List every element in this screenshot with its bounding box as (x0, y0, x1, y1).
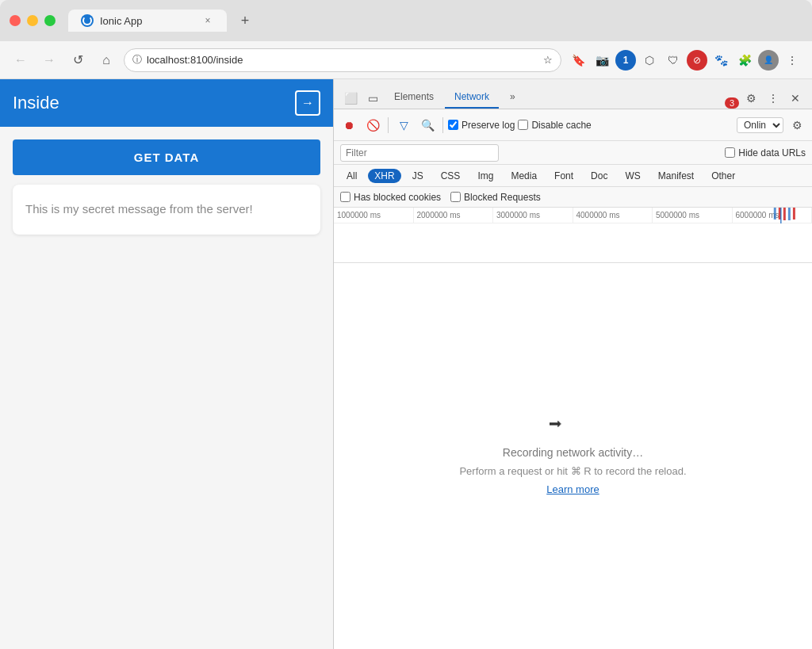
blocked-requests-label[interactable]: Blocked Requests (450, 192, 541, 203)
has-blocked-cookies-text: Has blocked cookies (354, 192, 441, 203)
screenshot-icon[interactable]: 📷 (592, 50, 612, 71)
type-font-button[interactable]: Font (548, 169, 580, 183)
type-css-button[interactable]: CSS (435, 169, 467, 183)
type-filter-bar: All XHR JS CSS Img Media Font Doc WS Man… (334, 165, 812, 187)
devtools-panel: ⬜ ▭ Elements Network » 3 ⚙ ⋮ ✕ ⏺ (333, 79, 812, 649)
type-manifest-button[interactable]: Manifest (652, 169, 700, 183)
disable-cache-checkbox[interactable] (518, 120, 528, 130)
type-js-button[interactable]: JS (406, 169, 430, 183)
empty-state: ⮕ Recording network activity… Perform a … (334, 263, 812, 649)
browser-window: Ionic App × + ← → ↺ ⌂ ⓘ localhost:8100/i… (0, 0, 812, 649)
type-xhr-button[interactable]: XHR (368, 169, 400, 183)
tab-close-button[interactable]: × (201, 14, 214, 27)
toolbar-separator-1 (388, 117, 389, 133)
has-blocked-cookies-checkbox[interactable] (340, 192, 350, 202)
filter-bar: Hide data URLs (334, 141, 812, 165)
reload-button[interactable]: ↺ (67, 49, 89, 71)
devtools-toolbar: ⏺ 🚫 ▽ 🔍 Preserve log Disable cache Onlin (334, 109, 812, 141)
app-header-icon[interactable]: → (295, 90, 320, 116)
new-tab-button[interactable]: + (233, 9, 257, 32)
filter-icon[interactable]: ▽ (393, 115, 414, 136)
title-bar: Ionic App × + (0, 0, 812, 41)
devtools-menu-icon[interactable]: ⋮ (763, 88, 783, 109)
svg-rect-4 (793, 208, 795, 220)
record-button[interactable]: ⏺ (339, 115, 359, 136)
tab-elements-label: Elements (394, 91, 434, 102)
type-ws-button[interactable]: WS (619, 169, 646, 183)
maximize-button[interactable] (44, 15, 56, 26)
browser-tab[interactable]: Ionic App × (68, 10, 227, 32)
blocked-requests-checkbox[interactable] (450, 192, 461, 202)
cursor-icon: ⮕ (549, 417, 563, 433)
learn-more-link[interactable]: Learn more (546, 483, 599, 495)
disable-cache-checkbox-label[interactable]: Disable cache (518, 120, 591, 131)
shield-icon[interactable]: 🛡 (663, 50, 684, 71)
svg-rect-2 (783, 208, 786, 220)
preserve-log-label: Preserve log (462, 120, 515, 131)
search-icon[interactable]: 🔍 (417, 115, 438, 136)
devtools-close-icon[interactable]: ✕ (785, 88, 806, 109)
blocked-requests-text: Blocked Requests (464, 192, 541, 203)
avatar[interactable]: 👤 (758, 50, 779, 71)
nav-bar: ← → ↺ ⌂ ⓘ localhost:8100/inside ☆ 🔖 📷 1 … (0, 41, 812, 79)
svg-rect-0 (774, 208, 776, 220)
tab-network-label: Network (454, 91, 489, 102)
share-icon[interactable]: 🔖 (568, 50, 588, 71)
tab-elements[interactable]: Elements (385, 86, 443, 109)
home-button[interactable]: ⌂ (95, 49, 117, 71)
toolbar-separator-2 (442, 117, 443, 133)
type-doc-button[interactable]: Doc (584, 169, 614, 183)
tab-more-label: » (510, 91, 515, 102)
disable-cache-label: Disable cache (531, 120, 591, 131)
minimize-button[interactable] (27, 15, 38, 26)
preserve-log-checkbox[interactable] (448, 120, 458, 130)
has-blocked-cookies-label[interactable]: Has blocked cookies (340, 192, 441, 203)
network-settings-icon[interactable]: ⚙ (787, 115, 807, 136)
network-throttle-select[interactable]: Onlin (737, 117, 783, 133)
menu-icon[interactable]: ⋮ (782, 50, 802, 71)
timeline-area: 1000000 ms 2000000 ms 3000000 ms 4000000… (334, 208, 812, 263)
nav-icons: 🔖 📷 1 ⬡ 🛡 ⊘ 🐾 🧩 👤 ⋮ (568, 50, 802, 71)
forward-button[interactable]: → (38, 49, 60, 71)
password-icon[interactable]: 1 (615, 50, 636, 71)
close-button[interactable] (10, 15, 21, 26)
address-bar[interactable]: ⓘ localhost:8100/inside ☆ (124, 48, 561, 72)
preserve-log-checkbox-label[interactable]: Preserve log (448, 120, 515, 131)
hide-data-urls-text: Hide data URLs (738, 147, 806, 158)
message-text: This is my secret message from the serve… (25, 202, 253, 216)
checkbox-filter-bar: Has blocked cookies Blocked Requests (334, 187, 812, 208)
hide-data-urls-label[interactable]: Hide data URLs (725, 147, 806, 158)
traffic-lights (10, 15, 56, 26)
block-icon[interactable]: ⊘ (687, 50, 707, 71)
error-badge: 3 (725, 97, 739, 109)
address-text: localhost:8100/inside (147, 54, 538, 66)
tab-more[interactable]: » (500, 86, 525, 109)
type-media-button[interactable]: Media (504, 169, 543, 183)
layers-icon[interactable]: ⬡ (639, 50, 660, 71)
hide-data-urls-checkbox[interactable] (725, 147, 735, 158)
address-lock-icon: ⓘ (132, 53, 142, 67)
tab-title: Ionic App (100, 15, 143, 27)
ionic-app-panel: Inside → GET DATA This is my secret mess… (0, 79, 333, 649)
message-card: This is my secret message from the serve… (13, 185, 320, 235)
tab-network[interactable]: Network (445, 86, 499, 109)
content-area: Inside → GET DATA This is my secret mess… (0, 79, 812, 649)
tab-favicon (81, 14, 94, 27)
element-picker-icon[interactable]: ⬜ (340, 88, 361, 109)
device-toggle-icon[interactable]: ▭ (362, 88, 383, 109)
empty-state-title: Recording network activity… (503, 446, 643, 459)
svg-rect-3 (788, 208, 791, 220)
filter-input[interactable] (340, 144, 499, 162)
type-all-button[interactable]: All (340, 169, 363, 183)
logout-icon: → (301, 96, 314, 110)
bookmark-icon[interactable]: ☆ (543, 54, 553, 66)
type-other-button[interactable]: Other (705, 169, 741, 183)
clear-button[interactable]: 🚫 (362, 115, 383, 136)
extension1-icon[interactable]: 🐾 (710, 50, 731, 71)
back-button[interactable]: ← (10, 49, 32, 71)
type-img-button[interactable]: Img (471, 169, 500, 183)
settings-icon[interactable]: ⚙ (741, 88, 761, 109)
get-data-button[interactable]: GET DATA (13, 139, 320, 175)
extensions-icon[interactable]: 🧩 (734, 50, 755, 71)
devtools-tab-bar: ⬜ ▭ Elements Network » 3 ⚙ ⋮ ✕ (334, 79, 812, 109)
